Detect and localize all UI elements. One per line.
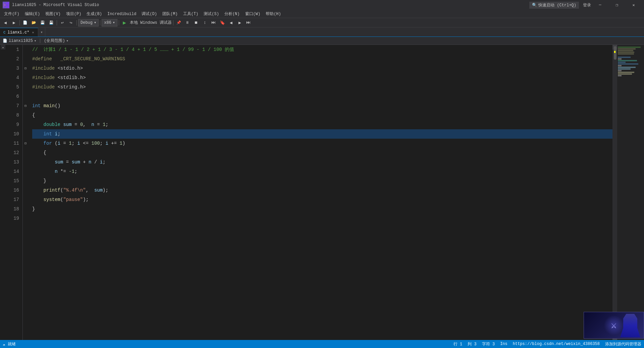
undo-button[interactable]: ↩ xyxy=(58,19,66,26)
minimize-button[interactable]: ─ xyxy=(592,0,608,10)
register-button[interactable]: 登录 xyxy=(583,2,591,8)
code-line-9: double sum = 0 , n = 1 ; xyxy=(32,120,612,129)
git-icon: ☁ xyxy=(3,342,5,347)
menu-view[interactable]: 视图(V) xyxy=(43,10,63,18)
scope-label[interactable]: (全局范围) xyxy=(44,38,65,44)
code-line-3: #include <stdio.h> xyxy=(32,64,612,73)
toolbar-extra-7[interactable]: ◀ xyxy=(227,19,235,26)
minimap xyxy=(617,45,644,340)
menu-incredibuild[interactable]: Incredibuild xyxy=(105,10,139,18)
code-line-2: #define _CRT_SECURE_NO_WARNINGS xyxy=(32,54,612,64)
redo-button[interactable]: ↪ xyxy=(67,19,75,26)
save-button[interactable]: 💾 xyxy=(39,19,47,26)
separator-2 xyxy=(57,20,57,25)
char-indicator: 字符 3 xyxy=(482,341,495,347)
tab-expand-icon: ▾ xyxy=(40,30,43,35)
ins-indicator[interactable]: Ins xyxy=(500,342,507,346)
code-line-7: int main () xyxy=(32,101,612,111)
statusbar-left: ☁ 就绪 xyxy=(3,341,16,347)
menu-help[interactable]: 帮助(H) xyxy=(263,10,284,18)
left-margin: ▴ xyxy=(0,45,6,340)
toolbar-extra-8[interactable]: ▶ xyxy=(236,19,244,26)
titlebar-title: lianxi1025 - Microsoft Visual Studio xyxy=(12,3,99,7)
menu-edit[interactable]: 编辑(E) xyxy=(22,10,43,18)
tab-close-button[interactable]: ✕ xyxy=(31,30,35,35)
scrollbar-track[interactable]: ▴ ▾ xyxy=(612,45,617,340)
quick-launch-box[interactable]: 🔍 快速启动 (Ctrl+Q) xyxy=(529,2,579,9)
add-code-label[interactable]: 添加到源代码管理器 xyxy=(605,341,641,347)
path-icon: 📄 xyxy=(3,39,7,43)
forward-button[interactable]: ▶ xyxy=(10,19,18,26)
code-line-8: { xyxy=(32,111,612,120)
tab-file-icon: C xyxy=(3,30,6,34)
quick-launch-label: 快速启动 (Ctrl+Q) xyxy=(538,2,576,8)
new-file-button[interactable]: 📄 xyxy=(21,19,29,26)
toolbar-extra-9[interactable]: ⏭ xyxy=(245,19,253,26)
code-line-1: // 计算1 / 1 - 1 / 2 + 1 / 3 - 1 / 4 + 1 /… xyxy=(32,45,612,54)
tab-label: lianxi.c* xyxy=(8,30,30,35)
collapse-7[interactable]: ⊟ xyxy=(23,101,28,111)
separator-1 xyxy=(19,20,20,25)
open-button[interactable]: 📂 xyxy=(30,19,38,26)
close-button[interactable]: ✕ xyxy=(626,0,641,10)
scope-arrow: ▾ xyxy=(66,39,68,43)
platform-label: x86 xyxy=(104,20,111,25)
code-line-10: int i ; xyxy=(32,129,612,139)
project-name[interactable]: lianxi1025 xyxy=(9,39,33,43)
separator-4 xyxy=(100,20,100,25)
tab-extra[interactable]: ▾ xyxy=(38,28,45,37)
status-text: 就绪 xyxy=(8,341,16,347)
overlay-content: ⚔ xyxy=(584,312,644,338)
menu-tools[interactable]: 工具(T) xyxy=(180,10,201,18)
collapse-11[interactable]: ⊟ xyxy=(23,139,28,148)
menubar: 文件(F) 编辑(E) 视图(V) 项目(P) 生成(B) Incredibui… xyxy=(0,10,644,18)
debug-config-dropdown[interactable]: Debug ▾ xyxy=(78,19,99,26)
menu-team[interactable]: 团队(M) xyxy=(160,10,180,18)
toolbar-extra-2[interactable]: ⏸ xyxy=(183,19,192,26)
row-indicator[interactable]: 行 1 xyxy=(453,341,462,347)
expand-scrollbar-button[interactable]: ▴ xyxy=(1,45,5,50)
menu-window[interactable]: 窗口(W) xyxy=(243,10,263,18)
code-line-19 xyxy=(32,214,612,223)
editor-container: ▴ 1 2 3 4 5 6 7 8 9 10 11 12 13 14 15 16… xyxy=(0,45,644,340)
collapse-3[interactable]: ⊟ xyxy=(23,64,28,73)
menu-test[interactable]: 测试(S) xyxy=(201,10,222,18)
separator-5 xyxy=(119,20,119,25)
menu-debug[interactable]: 调试(D) xyxy=(139,10,160,18)
menu-build[interactable]: 生成(B) xyxy=(84,10,105,18)
separator-6 xyxy=(173,20,173,25)
restore-button[interactable]: ❐ xyxy=(609,0,625,10)
toolbar-extra-4[interactable]: ↕ xyxy=(201,19,209,26)
tabbar: C lianxi.c* ✕ ▾ xyxy=(0,27,644,37)
url-link[interactable]: https://blog.csdn.net/weixin_4386358 xyxy=(513,342,600,346)
toolbar-extra-6[interactable]: 🔖 xyxy=(218,19,226,26)
code-line-4: #include <stdlib.h> xyxy=(32,73,612,82)
menu-analyze[interactable]: 分析(N) xyxy=(222,10,243,18)
pathbar: 📄 lianxi1025 ▾ │ (全局范围) ▾ xyxy=(0,37,644,45)
code-line-17: system ( "pause" ); xyxy=(32,195,612,204)
scrollbar-thumb[interactable] xyxy=(614,46,616,60)
search-icon: 🔍 xyxy=(532,3,537,8)
toolbar-extra-1[interactable]: 📌 xyxy=(175,19,183,26)
titlebar: lianxi1025 - Microsoft Visual Studio 🔍 快… xyxy=(0,0,644,10)
line-numbers: 1 2 3 4 5 6 7 8 9 10 11 12 13 14 15 16 1… xyxy=(6,45,23,340)
toolbar-extra-3[interactable]: ⏹ xyxy=(192,19,200,26)
platform-arrow: ▾ xyxy=(113,20,115,25)
path-separator: │ xyxy=(39,39,41,43)
run-button[interactable]: ▶ xyxy=(120,19,128,26)
titlebar-right: 🔍 快速启动 (Ctrl+Q) 登录 ─ ❐ ✕ xyxy=(529,0,641,10)
tab-lianxi[interactable]: C lianxi.c* ✕ xyxy=(0,28,38,37)
back-button[interactable]: ◀ xyxy=(1,19,9,26)
toolbar-extra-5[interactable]: ⏭ xyxy=(210,19,218,26)
menu-file[interactable]: 文件(F) xyxy=(1,10,22,18)
code-line-14: n *= -1 ; xyxy=(32,167,612,176)
path-arrow: ▾ xyxy=(34,39,36,43)
scrollbar-change-mark xyxy=(614,51,615,53)
col-indicator[interactable]: 列 3 xyxy=(468,341,476,347)
platform-dropdown[interactable]: x86 ▾ xyxy=(102,19,117,26)
save-all-button[interactable]: 💾 xyxy=(47,19,55,26)
overlay-character-icon: ⚔ xyxy=(611,320,617,331)
menu-project[interactable]: 项目(P) xyxy=(63,10,84,18)
code-area[interactable]: // 计算1 / 1 - 1 / 2 + 1 / 3 - 1 / 4 + 1 /… xyxy=(28,45,612,340)
code-line-15: } xyxy=(32,176,612,186)
